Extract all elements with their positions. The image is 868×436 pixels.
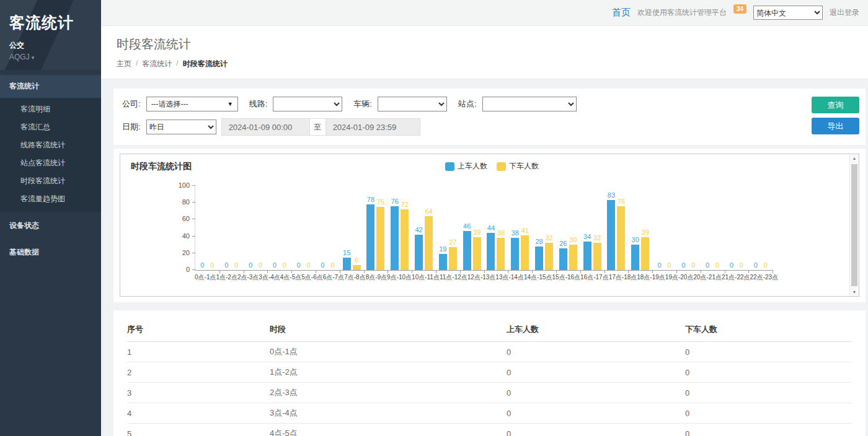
home-link[interactable]: 首页 [612, 7, 631, 19]
filter-panel: 公司: ---请选择--- ▼ 线路: 车辆: [113, 89, 866, 145]
legend-swatch [497, 162, 506, 171]
sidebar-subitem[interactable]: 时段客流统计 [0, 172, 101, 190]
bar-value-label: 0 [681, 262, 685, 269]
chart-category: 00 [244, 186, 268, 270]
x-axis-label-text: 9点-10点 [387, 273, 412, 282]
y-axis-tick-label: 0 [166, 266, 190, 273]
sidebar-subitem[interactable]: 站点客流统计 [0, 154, 101, 172]
x-axis-label-text: 8点-9点 [366, 273, 387, 282]
bar-column: 44 [487, 186, 495, 270]
bar-value-label: 0 [297, 262, 301, 269]
bar [415, 235, 423, 270]
legend-item[interactable]: 下车人数 [497, 161, 539, 172]
bar [487, 233, 495, 270]
x-axis-label: 13点-14点 [495, 273, 524, 282]
table-row: 54点-5点00 [127, 424, 852, 436]
x-axis-label: 4点-5点 [280, 273, 301, 282]
company-select[interactable]: ---请选择--- ▼ [146, 97, 238, 111]
bar-value-label: 0 [273, 262, 277, 269]
bar-column: 0 [727, 186, 735, 270]
x-axis-label: 5点-6点 [301, 273, 322, 282]
bar [449, 247, 457, 270]
x-axis-label-text: 12点-13点 [467, 273, 496, 282]
bar-column: 0 [232, 186, 241, 270]
bar-column: 28 [535, 186, 543, 270]
bar-column: 34 [583, 186, 591, 270]
bar-value-label: 39 [473, 229, 480, 236]
chart-category: 3841 [508, 186, 532, 270]
query-button[interactable]: 查询 [812, 97, 859, 113]
bar [391, 206, 399, 270]
y-axis-tick-label: 80 [166, 198, 190, 206]
org-code-dropdown[interactable]: AQGJ▾ [9, 53, 92, 61]
sidebar-item-passenger-flow-stats[interactable]: 客流统计 [0, 75, 101, 98]
x-axis-label: 9点-10点 [387, 273, 412, 282]
sidebar-subitem[interactable]: 客流量趋势图 [0, 190, 101, 208]
x-axis-label: 0点-1点 [195, 273, 216, 282]
date-preset-select[interactable]: 昨日 [146, 120, 216, 134]
x-axis-label: 22点-23点 [750, 273, 779, 282]
sidebar-subitem[interactable]: 客流明细 [0, 100, 101, 118]
bar-value-label: 41 [521, 227, 529, 234]
bar-column: 78 [366, 186, 374, 270]
breadcrumb-link[interactable]: 客流统计 [142, 59, 172, 69]
sidebar-item-device-status[interactable]: 设备状态 [0, 213, 101, 238]
bar-column: 76 [617, 186, 625, 270]
date-end-input[interactable] [326, 118, 420, 136]
sidebar-subitem[interactable]: 客流汇总 [0, 118, 101, 136]
table-row: 21点-2点00 [127, 362, 852, 383]
line-select[interactable] [273, 97, 342, 111]
bar-column: 0 [761, 186, 769, 270]
chart-vertical-scrollbar[interactable]: ▲ ▼ [849, 154, 859, 296]
bar [425, 216, 433, 270]
scrollbar-thumb[interactable] [851, 164, 857, 286]
sidebar-item-base-data[interactable]: 基础数据 [0, 240, 101, 265]
scroll-up-arrow-icon[interactable]: ▲ [850, 156, 859, 160]
x-axis-label-text: 4点-5点 [280, 273, 301, 282]
chart-box: 时段车流统计图 上车人数下车人数 02040608010000000000000… [120, 154, 859, 297]
bar-value-label: 0 [764, 262, 768, 269]
hourly-stats-table: 序号时段上车人数下车人数 10点-1点0021点-2点0032点-3点0043点… [127, 318, 852, 436]
x-axis-label: 12点-13点 [467, 273, 496, 282]
topbar: 首页 欢迎使用客流统计管理平台 34 简体中文 退出登录 [101, 0, 868, 26]
bar-value-label: 34 [583, 233, 591, 240]
table-column-header: 下车人数 [685, 318, 852, 342]
bar-column: 39 [473, 186, 481, 270]
bar-value-label: 39 [642, 229, 649, 236]
bar-column: 26 [559, 186, 567, 270]
bar-value-label: 0 [224, 262, 228, 269]
table-body: 10点-1点0021点-2点0032点-3点0043点-4点0054点-5点00… [127, 342, 852, 436]
table-cell: 0点-1点 [270, 342, 507, 362]
language-select[interactable]: 简体中文 [753, 6, 823, 20]
date-start-input[interactable] [221, 118, 310, 136]
legend-item[interactable]: 上车人数 [445, 161, 487, 172]
bar [439, 254, 447, 270]
bar-value-label: 78 [367, 196, 374, 203]
bar-value-label: 83 [608, 192, 615, 199]
welcome-text: 欢迎使用客流统计管理平台 [637, 7, 727, 18]
bar-value-label: 0 [283, 262, 286, 269]
vehicle-label: 车辆: [353, 98, 372, 110]
scroll-down-arrow-icon[interactable]: ▼ [850, 290, 859, 294]
station-select[interactable] [482, 97, 577, 111]
vehicle-select[interactable] [378, 97, 447, 111]
bar [545, 243, 553, 270]
bar-value-label: 19 [439, 246, 446, 253]
filter-row-2: 日期: 昨日 至 [122, 118, 857, 136]
export-button[interactable]: 导出 [812, 118, 859, 134]
bar-column: 46 [463, 186, 471, 270]
bar [569, 245, 577, 270]
x-axis-label-text: 7点-8点 [344, 273, 365, 282]
bar-column: 0 [689, 186, 698, 270]
legend-label: 上车人数 [458, 161, 487, 172]
x-axis-label-text: 1点-2点 [216, 273, 237, 282]
bar-value-label: 0 [249, 262, 252, 269]
table-cell: 0 [685, 362, 852, 383]
breadcrumb-link[interactable]: 主页 [117, 59, 131, 69]
sidebar-submenu: 客流明细客流汇总线路客流统计站点客流统计时段客流统计客流量趋势图 [0, 98, 101, 212]
sidebar-subitem[interactable]: 线路客流统计 [0, 136, 101, 154]
bar-column: 0 [280, 186, 288, 270]
bar-value-label: 28 [535, 238, 542, 245]
logout-link[interactable]: 退出登录 [830, 7, 859, 18]
table-cell: 0 [685, 383, 852, 403]
